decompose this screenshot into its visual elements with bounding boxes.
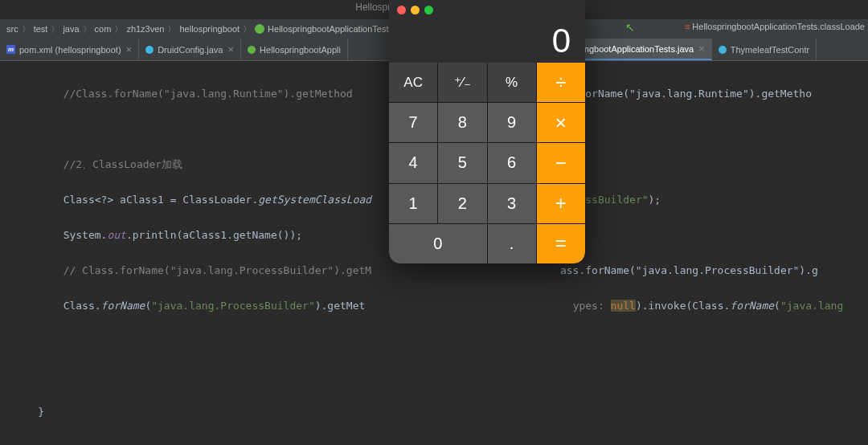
key-multiply[interactable]: × [537,103,585,142]
key-9[interactable]: 9 [488,103,536,142]
key-3[interactable]: 3 [488,184,536,223]
key-equals[interactable]: = [537,224,585,263]
key-percent[interactable]: % [488,63,536,102]
key-add[interactable]: + [537,184,585,223]
crumb-test[interactable]: test [34,24,48,34]
key-8[interactable]: 8 [438,103,486,142]
calculator-display: 0 [389,19,585,63]
class-icon [248,46,256,54]
key-2[interactable]: 2 [438,184,486,223]
class-icon [719,46,727,54]
close-icon[interactable]: × [126,43,133,55]
key-6[interactable]: 6 [488,143,536,182]
maximize-window-icon[interactable] [424,6,433,14]
key-decimal[interactable]: . [488,224,536,263]
key-sign[interactable]: ⁺⁄₋ [438,63,486,102]
crumb-module[interactable]: hellospringboot [179,24,240,34]
crumb-com[interactable]: com [95,24,112,34]
crumb-java[interactable]: java [63,24,79,34]
key-7[interactable]: 7 [389,103,437,142]
crumb-src[interactable]: src [6,24,18,34]
maven-icon: m [6,45,15,54]
key-0[interactable]: 0 [389,224,487,263]
tab-thymeleaf[interactable]: ThymeleafTestContr [712,39,817,60]
key-1[interactable]: 1 [389,184,437,223]
close-window-icon[interactable] [397,6,406,14]
key-subtract[interactable]: − [537,143,585,182]
crumb-context: ≡ HellospringbootApplicationTests.classL… [685,22,865,31]
calculator-keypad: AC ⁺⁄₋ % ÷ 7 8 9 × 4 5 6 − 1 2 3 + 0 . = [389,63,585,263]
crumb-pkg[interactable]: zh1z3ven [126,24,164,34]
key-ac[interactable]: AC [389,63,437,102]
tab-pom[interactable]: mpom.xml (hellospringboot)× [0,39,139,60]
calculator-window[interactable]: 0 AC ⁺⁄₋ % ÷ 7 8 9 × 4 5 6 − 1 2 3 + 0 .… [389,0,585,263]
tab-appli[interactable]: HellospringbootAppli [241,39,348,60]
calculator-titlebar[interactable] [389,0,585,19]
tab-druidconfig[interactable]: DruidConfig.java× [139,39,241,60]
close-icon[interactable]: × [698,43,705,55]
crumb-class[interactable]: HellospringbootApplicationTests [255,24,393,34]
class-icon [255,24,264,34]
key-4[interactable]: 4 [389,143,437,182]
close-icon[interactable]: × [227,43,234,55]
minimize-window-icon[interactable] [411,6,420,14]
key-5[interactable]: 5 [438,143,486,182]
class-icon [145,46,154,54]
nav-back-icon[interactable]: ↖ [625,21,635,34]
key-divide[interactable]: ÷ [537,63,585,102]
